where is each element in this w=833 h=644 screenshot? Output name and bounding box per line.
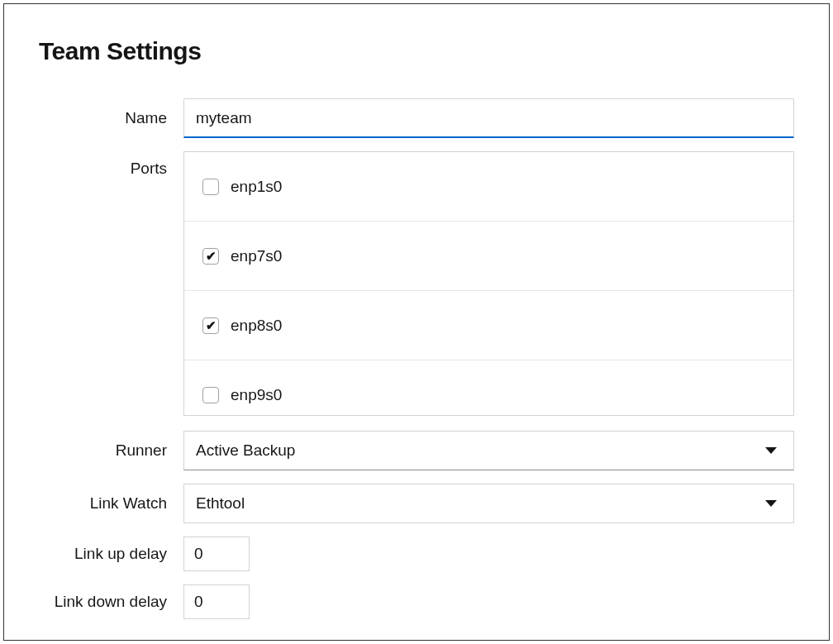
link-watch-label: Link Watch <box>39 494 183 513</box>
port-label: enp1s0 <box>231 178 282 196</box>
caret-down-icon <box>765 447 777 454</box>
port-row[interactable]: enp1s0 <box>184 152 793 222</box>
link-down-delay-input[interactable] <box>183 584 250 619</box>
ports-row: Ports enp1s0enp7s0enp8s0enp9s0 <box>39 151 794 416</box>
link-up-delay-row: Link up delay <box>39 537 794 571</box>
port-row[interactable]: enp8s0 <box>184 291 793 360</box>
runner-label: Runner <box>39 441 183 460</box>
link-up-delay-input[interactable] <box>183 537 250 571</box>
runner-row: Runner Active Backup <box>39 431 794 470</box>
port-label: enp9s0 <box>231 386 282 404</box>
port-checkbox[interactable] <box>202 317 219 334</box>
link-down-delay-row: Link down delay <box>39 584 794 619</box>
link-watch-value: Ethtool <box>196 494 765 513</box>
name-row: Name <box>39 98 794 138</box>
page-title: Team Settings <box>39 37 794 65</box>
runner-select[interactable]: Active Backup <box>183 431 794 470</box>
port-label: enp8s0 <box>231 317 282 335</box>
link-watch-select[interactable]: Ethtool <box>183 484 794 523</box>
runner-value: Active Backup <box>196 441 765 460</box>
ports-scroll[interactable]: enp1s0enp7s0enp8s0enp9s0 <box>184 152 793 415</box>
link-up-delay-label: Link up delay <box>39 545 183 563</box>
port-checkbox[interactable] <box>202 387 219 403</box>
ports-listbox: enp1s0enp7s0enp8s0enp9s0 <box>183 151 794 416</box>
link-down-delay-label: Link down delay <box>39 593 183 611</box>
name-label: Name <box>39 109 183 127</box>
team-settings-panel: Team Settings Name Ports enp1s0enp7s0enp… <box>3 3 830 641</box>
caret-down-icon <box>765 500 777 507</box>
ports-label: Ports <box>39 151 183 178</box>
link-watch-row: Link Watch Ethtool <box>39 484 794 523</box>
port-label: enp7s0 <box>231 247 282 265</box>
port-checkbox[interactable] <box>202 179 219 195</box>
port-row[interactable]: enp9s0 <box>184 360 793 415</box>
port-row[interactable]: enp7s0 <box>184 222 793 291</box>
name-input[interactable] <box>183 98 794 138</box>
port-checkbox[interactable] <box>202 248 219 265</box>
